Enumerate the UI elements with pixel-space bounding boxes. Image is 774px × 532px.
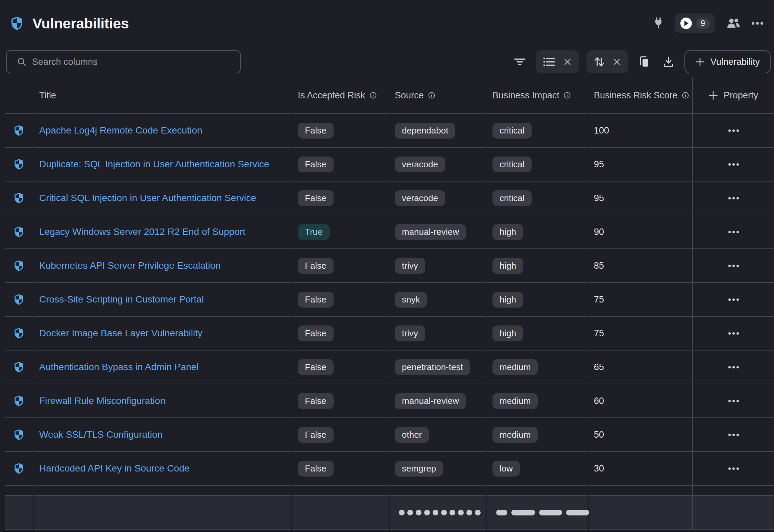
shield-icon <box>14 429 24 440</box>
info-icon[interactable] <box>563 92 571 99</box>
shield-icon <box>14 294 24 305</box>
info-icon[interactable] <box>428 92 435 99</box>
vulnerability-title-link[interactable]: Kubernetes API Server Privilege Escalati… <box>39 260 221 271</box>
search-icon <box>17 57 26 67</box>
row-actions-ellipsis-icon[interactable] <box>725 430 742 439</box>
toolbar-actions: Vulnerability <box>511 50 771 73</box>
row-accepted-risk-cell: True <box>292 215 389 249</box>
accepted-risk-badge: True <box>298 224 330 240</box>
column-header-business-risk-score: Business Risk Score <box>589 77 692 114</box>
plug-icon[interactable] <box>653 17 663 29</box>
add-property-column-button[interactable]: Property <box>693 77 774 114</box>
add-vulnerability-button[interactable]: Vulnerability <box>684 50 771 73</box>
top-bar: Vulnerabilities 9 <box>0 0 774 45</box>
row-score-cell: 65 <box>589 350 692 384</box>
row-impact-cell: high <box>487 317 588 350</box>
swap-vertical-icon[interactable] <box>594 56 605 68</box>
row-actions-ellipsis-icon[interactable] <box>725 464 742 473</box>
accepted-risk-badge: False <box>298 156 334 172</box>
empty-row-cell <box>292 486 389 496</box>
row-impact-cell: high <box>487 249 588 283</box>
shield-icon <box>14 362 24 372</box>
row-accepted-risk-cell: False <box>292 350 389 384</box>
row-impact-cell: low <box>487 452 588 486</box>
download-icon[interactable] <box>660 51 677 73</box>
risk-score-value: 30 <box>594 463 604 474</box>
row-impact-cell: medium <box>487 418 588 452</box>
search-columns-box[interactable] <box>6 50 241 73</box>
row-source-cell: snyk <box>390 283 486 317</box>
impact-badge: high <box>492 258 523 274</box>
clear-group-close-icon[interactable] <box>563 58 572 66</box>
row-actions-cell <box>693 384 774 418</box>
row-actions-ellipsis-icon[interactable] <box>725 194 742 203</box>
shield-icon <box>14 226 24 237</box>
vulnerabilities-table: Title Is Accepted Risk Source Business I… <box>5 77 774 530</box>
info-icon[interactable] <box>682 92 689 99</box>
row-actions-ellipsis-icon[interactable] <box>725 329 742 338</box>
row-shield-cell <box>5 215 33 249</box>
row-actions-ellipsis-icon[interactable] <box>725 363 742 372</box>
row-title-cell: Apache Log4j Remote Code Execution <box>34 114 291 148</box>
row-source-cell: semgrep <box>390 452 486 486</box>
clear-sort-close-icon[interactable] <box>613 58 621 66</box>
row-actions-cell <box>693 182 774 215</box>
vulnerability-title-link[interactable]: Firewall Rule Misconfiguration <box>39 395 165 406</box>
row-source-cell: trivy <box>390 317 486 350</box>
vulnerability-title-link[interactable]: Legacy Windows Server 2012 R2 End of Sup… <box>39 226 245 237</box>
vulnerability-title-link[interactable]: Hardcoded API Key in Source Code <box>39 463 190 474</box>
search-input[interactable] <box>32 57 221 67</box>
column-header-source: Source <box>390 77 486 114</box>
copy-icon[interactable] <box>636 51 653 73</box>
vulnerability-title-link[interactable]: Docker Image Base Layer Vulnerability <box>39 328 202 339</box>
row-actions-ellipsis-icon[interactable] <box>725 227 742 237</box>
row-shield-cell <box>5 114 33 148</box>
shield-icon <box>14 395 24 406</box>
run-button[interactable]: 9 <box>675 14 715 33</box>
accepted-risk-badge: False <box>298 292 334 308</box>
filter-icon[interactable] <box>511 51 528 73</box>
risk-score-value: 95 <box>594 193 604 203</box>
row-actions-ellipsis-icon[interactable] <box>725 160 742 169</box>
row-score-cell: 95 <box>589 148 692 182</box>
row-shield-cell <box>5 249 33 283</box>
vulnerability-title-link[interactable]: Critical SQL Injection in User Authentic… <box>39 193 256 203</box>
row-title-cell: Legacy Windows Server 2012 R2 End of Sup… <box>34 215 291 249</box>
info-icon[interactable] <box>369 92 377 99</box>
vulnerability-title-link[interactable]: Weak SSL/TLS Configuration <box>39 429 163 440</box>
list-icon[interactable] <box>543 57 555 67</box>
page-bottom-strip <box>0 530 774 532</box>
impact-badge: medium <box>492 359 538 375</box>
top-bar-actions: 9 <box>653 14 763 33</box>
row-actions-cell <box>693 317 774 350</box>
more-menu-ellipsis-icon[interactable] <box>752 22 763 25</box>
row-score-cell: 50 <box>589 418 692 452</box>
footer-cell <box>5 496 33 530</box>
row-title-cell: Kubernetes API Server Privilege Escalati… <box>34 249 291 283</box>
shield-icon <box>14 125 24 136</box>
row-actions-ellipsis-icon[interactable] <box>725 295 742 304</box>
users-icon[interactable] <box>726 18 741 29</box>
vulnerability-title-link[interactable]: Cross-Site Scripting in Customer Portal <box>39 294 204 305</box>
risk-score-value: 75 <box>594 294 604 305</box>
row-title-cell: Hardcoded API Key in Source Code <box>34 452 291 486</box>
row-shield-cell <box>5 148 33 182</box>
vulnerability-title-link[interactable]: Apache Log4j Remote Code Execution <box>39 125 202 136</box>
vulnerability-title-link[interactable]: Authentication Bypass in Admin Panel <box>39 362 199 372</box>
risk-score-value: 100 <box>594 125 609 136</box>
risk-score-value: 95 <box>594 159 604 170</box>
play-circle-icon[interactable] <box>680 18 692 29</box>
source-badge: veracode <box>395 156 445 172</box>
source-badge: veracode <box>395 190 445 206</box>
vulnerability-title-link[interactable]: Duplicate: SQL Injection in User Authent… <box>39 159 269 170</box>
row-actions-cell <box>693 350 774 384</box>
risk-score-value: 65 <box>594 362 604 372</box>
row-actions-ellipsis-icon[interactable] <box>725 126 742 135</box>
row-actions-ellipsis-icon[interactable] <box>725 261 742 270</box>
vulnerabilities-page: Vulnerabilities 9 <box>0 0 774 532</box>
row-shield-cell <box>5 350 33 384</box>
risk-score-value: 60 <box>594 396 604 406</box>
row-actions-ellipsis-icon[interactable] <box>725 396 742 406</box>
row-source-cell: other <box>390 418 486 452</box>
row-score-cell: 75 <box>589 283 692 317</box>
